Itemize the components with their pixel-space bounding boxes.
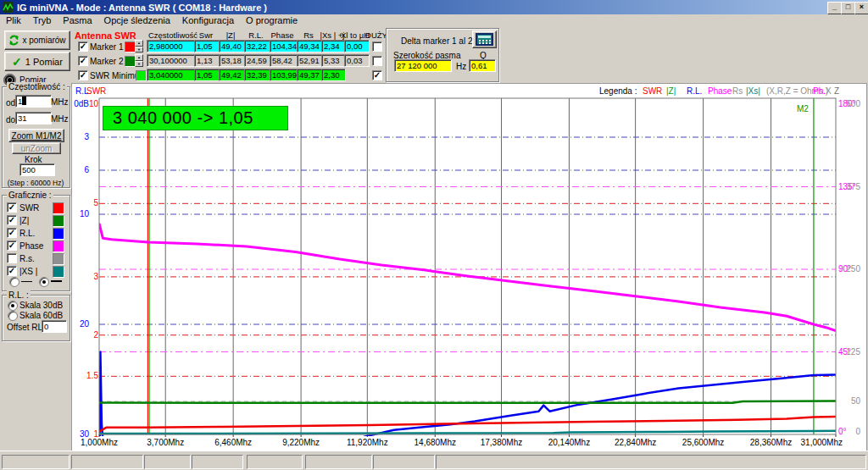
graph-checkbox-z[interactable]: ✓ — [7, 215, 17, 225]
axis-label: 30 — [80, 429, 90, 439]
axis-label: 10 — [89, 99, 99, 108]
freq-to-input[interactable]: 31 — [15, 112, 52, 124]
marker-value-cell[interactable]: 32,39 — [244, 69, 271, 81]
marker-value-cell[interactable]: 1,13 — [194, 54, 220, 67]
zoom-m1m2-button[interactable]: Zoom M1/M2 — [8, 129, 64, 142]
column-header: DUŻY — [365, 30, 387, 40]
axis-label: 3 — [84, 132, 89, 141]
menu-item-pasma[interactable]: Pasma — [57, 15, 97, 25]
unzoom-button[interactable]: unZoom — [12, 142, 61, 154]
graph-checkbox-phase[interactable]: ✓ — [7, 241, 17, 251]
graph-checkbox-rs[interactable] — [7, 253, 17, 263]
marker-value-cell[interactable]: 0,00 — [344, 40, 370, 53]
marker-value-cell[interactable]: 49,42 — [219, 69, 246, 81]
maximize-button[interactable]: □ — [841, 2, 855, 14]
marker-value-cell[interactable]: 2,34 — [321, 40, 346, 53]
marker-value-cell[interactable]: 3,040000 — [147, 69, 196, 81]
axis-label: 28,360Mhz — [750, 438, 792, 447]
bandwidth-value[interactable]: 27 120 000 — [394, 59, 452, 72]
spin-up-icon[interactable]: ▲ — [135, 40, 143, 47]
marker-value-cell[interactable]: 104,34 — [270, 40, 298, 53]
marker-checkbox[interactable]: ✓ — [78, 70, 88, 80]
close-button[interactable]: × — [854, 2, 868, 14]
q-value[interactable]: 0,61 — [469, 59, 496, 72]
marker-value-cell[interactable]: 0,03 — [344, 54, 370, 67]
frequency-group-title: Częstotliwość : — [7, 82, 67, 91]
single-measure-button[interactable]: ✓ 1 Pomiar — [4, 52, 70, 71]
menu-item-opcje-ledzenia[interactable]: Opcje śledzenia — [98, 15, 176, 25]
graph-checkbox-xs[interactable]: ✓ — [7, 266, 17, 276]
graph-color-swatch — [53, 215, 64, 227]
repeat-measure-button[interactable]: x pomiarów — [4, 30, 70, 50]
spin-down-icon[interactable]: ▼ — [135, 61, 143, 68]
freq-from-input[interactable]: 1 — [15, 95, 52, 108]
axis-label: 1.5 — [86, 371, 98, 380]
window-title: IG miniVNA - Mode : Antenna SWR ( COM18 … — [17, 3, 267, 13]
rl-scale-radio-2[interactable] — [8, 311, 18, 321]
marker-value-cell[interactable]: 53,18 — [219, 54, 246, 67]
marker-value-cell[interactable]: 49,34 — [297, 40, 323, 53]
marker-value-cell[interactable]: 1,05 — [194, 69, 220, 81]
axis-label: 31,000Mhz — [801, 438, 843, 447]
krok-input[interactable]: 500 — [19, 163, 55, 176]
marker-spinner[interactable]: ▲▼ — [135, 54, 143, 67]
marker-value-cell[interactable]: 49,37 — [297, 69, 323, 81]
do-label: do — [6, 115, 15, 124]
graph-label: R.s. — [19, 254, 35, 263]
marker-value-cell[interactable]: 32,22 — [244, 40, 271, 53]
line-thick-option[interactable] — [39, 277, 49, 287]
marker-value-cell[interactable]: 1,05 — [194, 40, 220, 53]
axis-label: 250 — [846, 264, 860, 274]
marker-value-cell[interactable]: 2,980000 — [147, 40, 196, 53]
marker-value-cell[interactable]: 30,100000 — [147, 54, 196, 67]
marker-value-cell[interactable]: 103,99 — [270, 69, 298, 81]
offset-rl-input[interactable]: 0 — [42, 320, 67, 333]
menu-item-o-programie[interactable]: O programie — [240, 15, 303, 25]
axis-label: 500 — [846, 99, 860, 108]
marker-value-cell[interactable]: 52,91 — [297, 54, 323, 67]
spin-up-icon[interactable]: ▲ — [135, 54, 143, 61]
rl-scale-label: Skala 30dB — [19, 301, 63, 310]
marker-checkbox[interactable]: ✓ — [78, 41, 88, 52]
menu-item-tryb[interactable]: Tryb — [27, 15, 58, 25]
menu-item-plik[interactable]: Plik — [0, 15, 27, 25]
graph-color-swatch — [53, 266, 64, 278]
axis-label: 11,920Mhz — [347, 438, 388, 447]
menu-item-konfiguracja[interactable]: Konfiguracja — [176, 15, 240, 25]
axis-label: 0 — [855, 427, 860, 436]
calculator-button[interactable] — [472, 30, 497, 48]
graph-label: R.L. — [19, 229, 35, 238]
marker-spinner[interactable]: ▲▼ — [135, 40, 143, 53]
marker-value-cell[interactable]: 58,42 — [270, 54, 298, 67]
marker-value-cell[interactable]: 24,59 — [244, 54, 271, 67]
marker-value-cell[interactable]: 5,33 — [321, 54, 346, 67]
axis-label: 1,000Mhz — [81, 438, 118, 447]
single-measure-label: 1 Pomiar — [25, 57, 63, 67]
axis-label: 375 — [846, 182, 860, 191]
axis-label: 6,460Mhz — [214, 438, 252, 447]
line-thin-option[interactable] — [9, 277, 19, 287]
marker-color-swatch[interactable] — [136, 70, 147, 81]
status-segment-2 — [71, 455, 143, 469]
duzy-checkbox[interactable] — [372, 56, 382, 66]
rl-scale-radio-1[interactable] — [8, 301, 18, 311]
spin-down-icon[interactable]: ▼ — [135, 47, 143, 53]
marker-label: SWR Minimu — [90, 71, 139, 80]
marker-value-cell[interactable]: 2,30 — [321, 69, 346, 81]
graph-checkbox-swr[interactable]: ✓ — [7, 202, 17, 213]
duzy-checkbox[interactable] — [372, 41, 382, 52]
swr-min-annotation: 3 040 000 -> 1,05 — [103, 106, 288, 130]
menu-bar: PlikTrybPasmaOpcje śledzeniaKonfiguracja… — [0, 14, 868, 26]
graph-checkbox-rl[interactable]: ✓ — [7, 228, 17, 238]
status-segment-3 — [144, 455, 191, 469]
marker-checkbox[interactable]: ✓ — [78, 56, 88, 66]
minimize-button[interactable]: _ — [827, 2, 842, 14]
status-segment-1 — [2, 455, 70, 469]
duzy-checkbox[interactable]: ✓ — [372, 70, 382, 80]
axis-label: 9,220Mhz — [282, 438, 320, 447]
graph-label: |XS | — [19, 267, 37, 276]
marker-value-cell[interactable]: 49,40 — [219, 40, 246, 53]
axis-label: 25,600Mhz — [682, 438, 724, 447]
do-unit: MHz — [51, 114, 69, 124]
column-header: Rs — [303, 30, 314, 40]
